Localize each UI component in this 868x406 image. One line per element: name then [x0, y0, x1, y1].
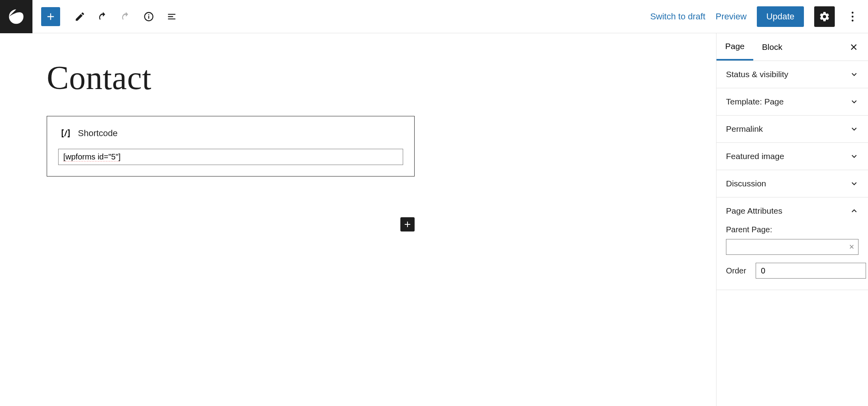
panel-page-attributes: Page Attributes Parent Page: × Order — [716, 197, 868, 290]
panel-featured-image: Featured image — [716, 143, 868, 170]
chevron-down-icon — [850, 97, 859, 106]
shortcode-label: Shortcode — [78, 128, 118, 138]
clear-icon[interactable]: × — [849, 243, 854, 251]
tools-edit-button[interactable] — [70, 7, 89, 26]
switch-to-draft-button[interactable]: Switch to draft — [650, 11, 705, 22]
tab-page[interactable]: Page — [716, 33, 753, 61]
chevron-down-icon — [850, 125, 859, 133]
panel-title: Template: Page — [726, 97, 784, 106]
shortcode-icon — [60, 127, 72, 139]
undo-button[interactable] — [93, 7, 112, 26]
top-toolbar: Switch to draft Preview Update — [0, 0, 868, 33]
more-vertical-icon — [851, 11, 854, 22]
chevron-down-icon — [850, 179, 859, 188]
shortcode-block-header: Shortcode — [58, 127, 403, 139]
editor-canvas[interactable]: Contact Shortcode — [0, 33, 716, 406]
preview-button[interactable]: Preview — [716, 11, 747, 22]
list-outline-icon — [166, 11, 177, 22]
toolbar-left-group — [41, 7, 181, 26]
sidebar-tabs: Page Block — [716, 33, 868, 61]
tab-block[interactable]: Block — [753, 33, 791, 61]
page-attributes-body: Parent Page: × Order — [716, 224, 868, 290]
plus-icon — [45, 11, 56, 22]
parent-page-label: Parent Page: — [726, 225, 859, 234]
order-input[interactable] — [756, 263, 866, 279]
toolbar-right-group: Switch to draft Preview Update — [650, 6, 868, 27]
panel-permalink: Permalink — [716, 116, 868, 143]
panel-title: Featured image — [726, 152, 784, 161]
close-sidebar-button[interactable] — [844, 38, 863, 57]
add-block-button[interactable] — [41, 7, 60, 26]
redo-button[interactable] — [116, 7, 135, 26]
panel-title: Discussion — [726, 179, 766, 188]
panel-title: Status & visibility — [726, 70, 788, 79]
svg-point-3 — [852, 11, 854, 13]
chevron-up-icon — [850, 207, 859, 215]
more-options-button[interactable] — [845, 6, 860, 27]
chevron-down-icon — [850, 152, 859, 161]
panel-template: Template: Page — [716, 88, 868, 116]
panel-discussion: Discussion — [716, 170, 868, 197]
shortcode-input[interactable] — [58, 149, 403, 165]
order-label: Order — [726, 266, 746, 275]
close-icon — [849, 43, 858, 51]
pencil-icon — [74, 11, 85, 22]
svg-rect-1 — [148, 16, 149, 19]
panel-title: Page Attributes — [726, 206, 782, 216]
svg-rect-2 — [148, 14, 149, 15]
info-icon — [143, 11, 154, 22]
svg-point-4 — [852, 15, 854, 17]
redo-icon — [120, 11, 131, 22]
page-title[interactable]: Contact — [47, 59, 680, 97]
shortcode-block[interactable]: Shortcode — [47, 116, 415, 176]
chevron-down-icon — [850, 70, 859, 79]
document-outline-button[interactable] — [162, 7, 181, 26]
svg-point-5 — [852, 19, 854, 21]
settings-button[interactable] — [814, 6, 835, 27]
update-button[interactable]: Update — [757, 6, 804, 27]
wordpress-icon — [8, 8, 25, 25]
plus-icon — [403, 220, 412, 229]
panel-title: Permalink — [726, 124, 763, 134]
gear-icon — [819, 11, 830, 22]
wordpress-logo[interactable] — [0, 0, 32, 33]
add-block-inline-button[interactable] — [400, 217, 415, 231]
document-info-button[interactable] — [139, 7, 158, 26]
panel-status-visibility: Status & visibility — [716, 61, 868, 88]
settings-sidebar: Page Block Status & visibility Template:… — [716, 33, 868, 406]
parent-page-combobox[interactable]: × — [726, 239, 859, 255]
